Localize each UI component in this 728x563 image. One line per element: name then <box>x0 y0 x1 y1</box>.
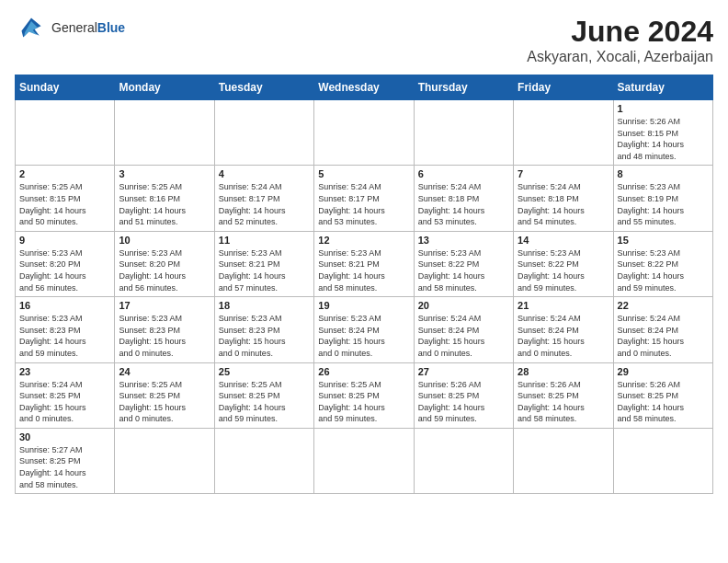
weekday-header: Wednesday <box>314 75 414 100</box>
calendar-cell: 11Sunrise: 5:23 AM Sunset: 8:21 PM Dayli… <box>214 231 313 296</box>
day-info: Sunrise: 5:24 AM Sunset: 8:24 PM Dayligh… <box>418 313 509 359</box>
day-number: 11 <box>219 235 310 246</box>
day-number: 13 <box>418 235 509 246</box>
day-info: Sunrise: 5:23 AM Sunset: 8:23 PM Dayligh… <box>19 313 110 359</box>
calendar-cell: 19Sunrise: 5:23 AM Sunset: 8:24 PM Dayli… <box>314 297 414 362</box>
day-info: Sunrise: 5:25 AM Sunset: 8:15 PM Dayligh… <box>19 181 110 227</box>
day-number: 30 <box>19 431 110 442</box>
calendar-cell <box>115 428 214 493</box>
calendar-week-row: 30Sunrise: 5:27 AM Sunset: 8:25 PM Dayli… <box>16 428 713 493</box>
weekday-header-row: SundayMondayTuesdayWednesdayThursdayFrid… <box>16 75 713 100</box>
calendar-week-row: 23Sunrise: 5:24 AM Sunset: 8:25 PM Dayli… <box>16 362 713 428</box>
month-title: June 2024 <box>527 15 713 49</box>
calendar-cell: 23Sunrise: 5:24 AM Sunset: 8:25 PM Dayli… <box>16 362 115 428</box>
weekday-header: Saturday <box>613 75 712 100</box>
calendar-cell <box>214 428 313 493</box>
calendar-cell: 20Sunrise: 5:24 AM Sunset: 8:24 PM Dayli… <box>414 297 513 362</box>
day-number: 6 <box>418 168 509 179</box>
calendar-cell: 10Sunrise: 5:23 AM Sunset: 8:20 PM Dayli… <box>115 231 214 296</box>
day-number: 7 <box>518 168 609 179</box>
calendar-cell: 27Sunrise: 5:26 AM Sunset: 8:25 PM Dayli… <box>414 362 513 428</box>
day-info: Sunrise: 5:23 AM Sunset: 8:22 PM Dayligh… <box>518 247 609 293</box>
day-info: Sunrise: 5:24 AM Sunset: 8:18 PM Dayligh… <box>418 181 509 227</box>
day-number: 2 <box>19 168 110 179</box>
day-info: Sunrise: 5:27 AM Sunset: 8:25 PM Dayligh… <box>19 444 110 490</box>
calendar-cell: 2Sunrise: 5:25 AM Sunset: 8:15 PM Daylig… <box>16 166 115 231</box>
day-number: 20 <box>418 300 509 311</box>
day-number: 27 <box>418 366 509 377</box>
day-number: 1 <box>618 103 709 114</box>
day-number: 12 <box>318 235 409 246</box>
calendar-week-row: 9Sunrise: 5:23 AM Sunset: 8:20 PM Daylig… <box>16 231 713 296</box>
title-area: June 2024 Askyaran, Xocali, Azerbaijan <box>527 15 713 65</box>
calendar-cell: 21Sunrise: 5:24 AM Sunset: 8:24 PM Dayli… <box>514 297 613 362</box>
day-info: Sunrise: 5:23 AM Sunset: 8:19 PM Dayligh… <box>618 181 709 227</box>
day-number: 3 <box>119 168 210 179</box>
day-info: Sunrise: 5:23 AM Sunset: 8:24 PM Dayligh… <box>318 313 409 359</box>
calendar-cell: 6Sunrise: 5:24 AM Sunset: 8:18 PM Daylig… <box>414 166 513 231</box>
day-number: 17 <box>119 300 210 311</box>
day-info: Sunrise: 5:25 AM Sunset: 8:16 PM Dayligh… <box>119 181 210 227</box>
calendar-cell: 16Sunrise: 5:23 AM Sunset: 8:23 PM Dayli… <box>16 297 115 362</box>
day-info: Sunrise: 5:25 AM Sunset: 8:25 PM Dayligh… <box>318 379 409 425</box>
day-info: Sunrise: 5:24 AM Sunset: 8:24 PM Dayligh… <box>518 313 609 359</box>
day-number: 24 <box>119 366 210 377</box>
calendar-cell: 29Sunrise: 5:26 AM Sunset: 8:25 PM Dayli… <box>613 362 712 428</box>
weekday-header: Thursday <box>414 75 513 100</box>
day-info: Sunrise: 5:24 AM Sunset: 8:17 PM Dayligh… <box>219 181 310 227</box>
day-info: Sunrise: 5:23 AM Sunset: 8:22 PM Dayligh… <box>418 247 509 293</box>
calendar-cell: 5Sunrise: 5:24 AM Sunset: 8:17 PM Daylig… <box>314 166 414 231</box>
day-number: 4 <box>219 168 310 179</box>
day-info: Sunrise: 5:26 AM Sunset: 8:25 PM Dayligh… <box>518 379 609 425</box>
calendar-cell: 28Sunrise: 5:26 AM Sunset: 8:25 PM Dayli… <box>514 362 613 428</box>
calendar-cell: 14Sunrise: 5:23 AM Sunset: 8:22 PM Dayli… <box>514 231 613 296</box>
day-info: Sunrise: 5:26 AM Sunset: 8:25 PM Dayligh… <box>418 379 509 425</box>
logo-icon <box>15 15 48 40</box>
calendar-cell <box>514 100 613 166</box>
day-number: 5 <box>318 168 409 179</box>
calendar-cell <box>514 428 613 493</box>
calendar-cell: 15Sunrise: 5:23 AM Sunset: 8:22 PM Dayli… <box>613 231 712 296</box>
day-info: Sunrise: 5:24 AM Sunset: 8:18 PM Dayligh… <box>518 181 609 227</box>
day-info: Sunrise: 5:26 AM Sunset: 8:25 PM Dayligh… <box>618 379 709 425</box>
day-number: 18 <box>219 300 310 311</box>
logo: GeneralBlue <box>15 15 125 40</box>
calendar-cell: 13Sunrise: 5:23 AM Sunset: 8:22 PM Dayli… <box>414 231 513 296</box>
calendar-cell <box>314 100 414 166</box>
calendar-cell: 3Sunrise: 5:25 AM Sunset: 8:16 PM Daylig… <box>115 166 214 231</box>
day-number: 19 <box>318 300 409 311</box>
calendar-week-row: 1Sunrise: 5:26 AM Sunset: 8:15 PM Daylig… <box>16 100 713 166</box>
day-number: 14 <box>518 235 609 246</box>
day-info: Sunrise: 5:24 AM Sunset: 8:25 PM Dayligh… <box>19 379 110 425</box>
calendar-cell: 25Sunrise: 5:25 AM Sunset: 8:25 PM Dayli… <box>214 362 313 428</box>
calendar-cell: 4Sunrise: 5:24 AM Sunset: 8:17 PM Daylig… <box>214 166 313 231</box>
day-info: Sunrise: 5:23 AM Sunset: 8:21 PM Dayligh… <box>219 247 310 293</box>
calendar-cell: 17Sunrise: 5:23 AM Sunset: 8:23 PM Dayli… <box>115 297 214 362</box>
calendar: SundayMondayTuesdayWednesdayThursdayFrid… <box>15 75 713 494</box>
day-number: 25 <box>219 366 310 377</box>
calendar-cell: 1Sunrise: 5:26 AM Sunset: 8:15 PM Daylig… <box>613 100 712 166</box>
day-number: 23 <box>19 366 110 377</box>
calendar-cell <box>16 100 115 166</box>
calendar-cell <box>115 100 214 166</box>
day-number: 8 <box>618 168 709 179</box>
day-info: Sunrise: 5:26 AM Sunset: 8:15 PM Dayligh… <box>618 116 709 162</box>
day-info: Sunrise: 5:25 AM Sunset: 8:25 PM Dayligh… <box>219 379 310 425</box>
day-number: 22 <box>618 300 709 311</box>
day-info: Sunrise: 5:23 AM Sunset: 8:20 PM Dayligh… <box>119 247 210 293</box>
day-info: Sunrise: 5:24 AM Sunset: 8:17 PM Dayligh… <box>318 181 409 227</box>
calendar-cell: 30Sunrise: 5:27 AM Sunset: 8:25 PM Dayli… <box>16 428 115 493</box>
calendar-cell <box>613 428 712 493</box>
location-title: Askyaran, Xocali, Azerbaijan <box>527 49 713 65</box>
day-number: 10 <box>119 235 210 246</box>
logo-text: GeneralBlue <box>51 20 125 35</box>
day-info: Sunrise: 5:24 AM Sunset: 8:24 PM Dayligh… <box>618 313 709 359</box>
calendar-cell <box>414 428 513 493</box>
day-info: Sunrise: 5:23 AM Sunset: 8:20 PM Dayligh… <box>19 247 110 293</box>
calendar-cell <box>214 100 313 166</box>
calendar-week-row: 16Sunrise: 5:23 AM Sunset: 8:23 PM Dayli… <box>16 297 713 362</box>
day-number: 16 <box>19 300 110 311</box>
day-info: Sunrise: 5:25 AM Sunset: 8:25 PM Dayligh… <box>119 379 210 425</box>
day-number: 26 <box>318 366 409 377</box>
day-number: 28 <box>518 366 609 377</box>
